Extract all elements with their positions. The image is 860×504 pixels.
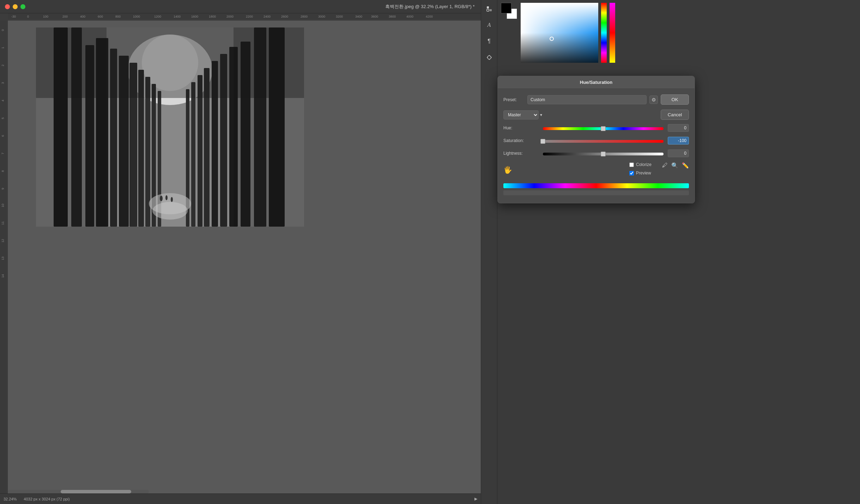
- svg-text:200: 200: [62, 15, 68, 18]
- color-spectrum[interactable]: [521, 3, 598, 63]
- svg-point-76: [487, 56, 491, 59]
- svg-text:4200: 4200: [426, 15, 433, 18]
- ruler-horizontal: -30 0 100 200 400 600 800 1000 1200 1400…: [8, 13, 481, 20]
- tool-icon-text[interactable]: A: [484, 20, 495, 30]
- window-controls[interactable]: [5, 4, 25, 9]
- close-button[interactable]: [5, 4, 10, 9]
- svg-rect-74: [490, 9, 492, 11]
- canvas-area: [8, 20, 481, 493]
- svg-text:100: 100: [43, 15, 48, 18]
- eyedropper-icon[interactable]: 🖊: [662, 162, 668, 178]
- tools-row: 🖐 Colorize Preview 🖊 🔍: [503, 162, 689, 178]
- toolbar-icons: A ¶: [481, 0, 497, 504]
- svg-text:3600: 3600: [371, 15, 378, 18]
- tool-icon-paragraph[interactable]: ¶: [484, 36, 495, 47]
- cancel-button[interactable]: Cancel: [661, 110, 689, 120]
- expand-icon[interactable]: ▶: [474, 497, 477, 501]
- forest-image: [36, 27, 304, 227]
- svg-text:2: 2: [1, 64, 5, 66]
- svg-text:0: 0: [1, 29, 5, 31]
- right-panel: A ¶ Hue/Saturation: [481, 0, 860, 504]
- svg-text:12: 12: [1, 239, 5, 242]
- photo-canvas: [36, 27, 304, 227]
- svg-text:1400: 1400: [174, 15, 181, 18]
- svg-text:2800: 2800: [301, 15, 308, 18]
- svg-point-72: [171, 197, 173, 202]
- tool-icon-effects[interactable]: [484, 52, 495, 63]
- eyedropper-add-icon[interactable]: 🔍: [671, 162, 678, 178]
- svg-rect-68: [36, 27, 107, 227]
- hand-cursor-tool[interactable]: 🖐: [503, 166, 512, 174]
- svg-text:7: 7: [1, 153, 5, 154]
- svg-text:-30: -30: [11, 15, 16, 18]
- color-spectrum-bar-top: [503, 183, 689, 188]
- svg-text:8: 8: [1, 170, 5, 172]
- svg-point-71: [165, 195, 168, 200]
- svg-text:14: 14: [1, 274, 5, 278]
- svg-text:1000: 1000: [133, 15, 140, 18]
- lightness-slider-track[interactable]: [543, 153, 664, 155]
- ruler-vertical: 0 1 2 3 4 5 6 7 8 9 10 11 12 13 14: [0, 20, 8, 493]
- ok-button[interactable]: OK: [661, 94, 689, 105]
- svg-text:3000: 3000: [318, 15, 325, 18]
- preview-checkbox[interactable]: [629, 171, 634, 176]
- svg-text:4: 4: [1, 100, 5, 102]
- lightness-value-input[interactable]: 0: [668, 149, 689, 157]
- saturation-strip[interactable]: [610, 3, 615, 63]
- svg-text:2200: 2200: [246, 15, 253, 18]
- color-panel: [497, 0, 860, 70]
- svg-text:1800: 1800: [209, 15, 216, 18]
- svg-text:2000: 2000: [226, 15, 234, 18]
- svg-point-70: [160, 196, 163, 201]
- saturation-row: Saturation: -100: [503, 137, 689, 145]
- saturation-value-input[interactable]: -100: [668, 137, 689, 145]
- preset-label: Preset:: [503, 97, 525, 102]
- colorize-checkbox[interactable]: [629, 162, 634, 167]
- maximize-button[interactable]: [20, 4, 25, 9]
- hue-strip[interactable]: [601, 3, 607, 63]
- preset-select[interactable]: Custom: [527, 95, 647, 104]
- minimize-button[interactable]: [13, 4, 18, 9]
- colorize-label: Colorize: [636, 162, 652, 167]
- svg-text:600: 600: [98, 15, 103, 18]
- svg-text:800: 800: [115, 15, 121, 18]
- saturation-label: Saturation:: [503, 138, 539, 143]
- channel-select[interactable]: Master: [503, 110, 539, 119]
- hue-slider-container: [543, 126, 664, 130]
- lightness-slider-container: [543, 151, 664, 155]
- hue-slider-thumb[interactable]: [601, 126, 606, 131]
- preset-gear-button[interactable]: ⚙: [649, 96, 658, 104]
- svg-rect-75: [487, 9, 489, 11]
- lightness-row: Lightness: 0: [503, 149, 689, 157]
- horizontal-scrollbar[interactable]: [8, 490, 149, 493]
- svg-text:10: 10: [1, 204, 5, 207]
- bottom-spectra: [503, 183, 689, 195]
- preview-label: Preview: [636, 171, 651, 176]
- scrollbar-thumb[interactable]: [61, 490, 131, 493]
- svg-text:3800: 3800: [389, 15, 396, 18]
- svg-text:2600: 2600: [281, 15, 288, 18]
- eyedropper-tools: Colorize Preview 🖊 🔍 ✏️: [629, 162, 689, 178]
- dimensions-display: 4032 px x 3024 px (72 ppi): [24, 497, 69, 501]
- lightness-slider-thumb[interactable]: [601, 152, 606, 156]
- svg-text:0: 0: [27, 15, 29, 18]
- svg-text:3: 3: [1, 82, 5, 84]
- hue-slider-track[interactable]: [543, 127, 664, 130]
- hue-label: Hue:: [503, 125, 539, 130]
- svg-text:3400: 3400: [355, 15, 362, 18]
- svg-text:3200: 3200: [336, 15, 343, 18]
- saturation-slider-track[interactable]: [543, 140, 664, 143]
- eyedropper-subtract-icon[interactable]: ✏️: [682, 162, 689, 178]
- svg-text:1200: 1200: [154, 15, 161, 18]
- svg-text:400: 400: [80, 15, 85, 18]
- svg-text:13: 13: [1, 257, 5, 260]
- saturation-slider-thumb[interactable]: [540, 139, 545, 144]
- tool-icon-1[interactable]: [484, 4, 495, 14]
- hue-value-input[interactable]: 0: [668, 124, 689, 132]
- svg-text:1600: 1600: [191, 15, 198, 18]
- dialog-title: Hue/Saturation: [498, 76, 695, 89]
- svg-rect-69: [234, 27, 304, 227]
- svg-rect-63: [191, 82, 195, 227]
- preset-row: Preset: Custom ⚙ OK: [503, 94, 689, 105]
- lightness-label: Lightness:: [503, 151, 539, 156]
